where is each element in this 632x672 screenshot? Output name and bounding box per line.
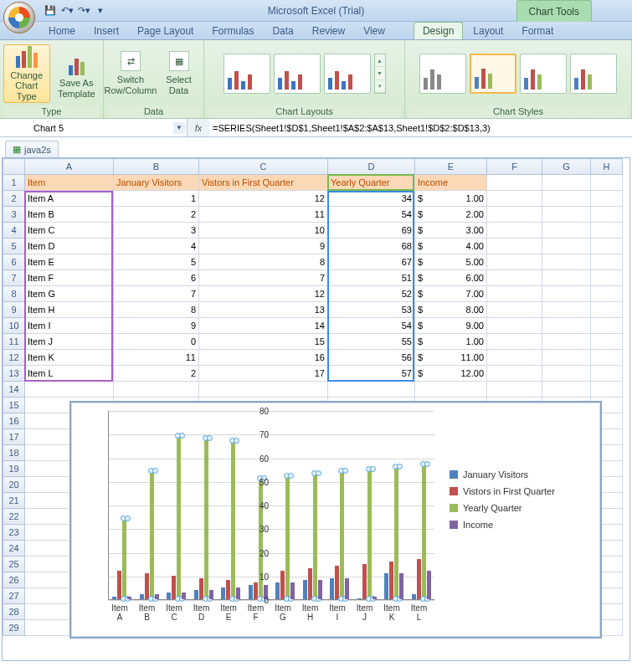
- chart-bar[interactable]: [417, 559, 421, 599]
- tab-format[interactable]: Format: [513, 23, 562, 39]
- row-header[interactable]: 17: [3, 429, 25, 445]
- chart-bar[interactable]: [199, 578, 203, 599]
- cell[interactable]: Item J: [25, 334, 114, 350]
- chart-plot-area[interactable]: [108, 411, 434, 600]
- column-header[interactable]: A: [25, 159, 114, 175]
- chart-bar[interactable]: [140, 594, 144, 599]
- row-header[interactable]: 25: [3, 557, 25, 572]
- cell[interactable]: Item D: [25, 239, 114, 254]
- chart-styles-gallery[interactable]: [408, 42, 628, 105]
- row-header[interactable]: 9: [3, 302, 25, 318]
- chart-bar[interactable]: [145, 573, 149, 599]
- legend-entry[interactable]: January Visitors: [450, 469, 592, 480]
- cell[interactable]: 10: [199, 223, 328, 239]
- cell[interactable]: 11: [199, 207, 328, 223]
- embedded-chart[interactable]: January VisitorsVistors in First Quarter…: [69, 401, 602, 639]
- redo-icon[interactable]: ↷▾: [77, 4, 90, 18]
- cell[interactable]: $2.00: [415, 207, 487, 223]
- cell[interactable]: 7: [114, 286, 199, 302]
- row-header[interactable]: 22: [3, 509, 25, 525]
- chart-bar[interactable]: [422, 464, 426, 599]
- row-header[interactable]: 2: [3, 191, 25, 207]
- chart-bar[interactable]: [231, 441, 235, 599]
- row-header[interactable]: 13: [3, 366, 25, 382]
- chart-bar[interactable]: [427, 571, 431, 599]
- cell[interactable]: 7: [199, 270, 328, 286]
- chart-layout-option[interactable]: [224, 54, 270, 94]
- column-header[interactable]: F: [487, 159, 542, 175]
- cell[interactable]: 54: [328, 318, 415, 334]
- row-header[interactable]: 27: [3, 588, 25, 604]
- chart-bar[interactable]: [373, 597, 377, 599]
- row-header[interactable]: 5: [3, 239, 25, 254]
- cell[interactable]: $12.00: [415, 366, 487, 382]
- table-header-cell[interactable]: Income: [415, 175, 487, 191]
- chart-style-option[interactable]: [520, 54, 567, 94]
- select-all-cell[interactable]: [3, 159, 25, 175]
- cell[interactable]: 15: [199, 334, 328, 350]
- chart-bar[interactable]: [209, 590, 213, 599]
- cell[interactable]: Item I: [25, 318, 114, 334]
- column-header[interactable]: D: [328, 159, 415, 175]
- chart-layouts-gallery[interactable]: ▲▼▾: [208, 42, 401, 105]
- cell[interactable]: Item F: [25, 270, 114, 286]
- chart-bar[interactable]: [122, 519, 126, 599]
- row-header[interactable]: 29: [3, 620, 25, 636]
- formula-input[interactable]: =SERIES(Sheet1!$D$1,Sheet1!$A$2:$A$13,Sh…: [209, 119, 632, 136]
- customize-qat-icon[interactable]: ▾: [94, 4, 107, 18]
- cell[interactable]: 2: [114, 366, 199, 382]
- column-header[interactable]: H: [591, 159, 623, 175]
- cell[interactable]: 3: [114, 223, 199, 239]
- cell[interactable]: 8: [199, 254, 328, 270]
- save-as-template-button[interactable]: Save As Template: [54, 44, 100, 103]
- chart-bar[interactable]: [335, 566, 339, 599]
- cell[interactable]: $8.00: [415, 302, 487, 318]
- save-icon[interactable]: 💾: [44, 4, 57, 18]
- row-header[interactable]: 12: [3, 350, 25, 366]
- table-header-cell[interactable]: Yearly Quarter: [328, 175, 415, 191]
- chart-bar[interactable]: [367, 469, 372, 599]
- cell[interactable]: Item L: [25, 366, 114, 382]
- row-header[interactable]: 23: [3, 525, 25, 541]
- chart-bar[interactable]: [249, 585, 253, 599]
- cell[interactable]: 12: [199, 191, 328, 207]
- office-button[interactable]: [3, 2, 35, 33]
- cell[interactable]: 9: [199, 239, 328, 254]
- chart-bar[interactable]: [389, 562, 393, 599]
- row-header[interactable]: 6: [3, 254, 25, 270]
- select-data-button[interactable]: ▦ Select Data: [157, 44, 200, 103]
- cell[interactable]: 6: [114, 270, 199, 286]
- chart-bar[interactable]: [259, 479, 263, 599]
- cell[interactable]: $3.00: [415, 223, 487, 239]
- cell[interactable]: 67: [328, 254, 415, 270]
- row-header[interactable]: 28: [3, 604, 25, 620]
- row-header[interactable]: 15: [3, 398, 25, 413]
- cell[interactable]: 1: [114, 191, 199, 207]
- cell[interactable]: 5: [114, 254, 199, 270]
- cell[interactable]: 51: [328, 270, 415, 286]
- chart-bar[interactable]: [275, 582, 280, 599]
- workbook-window-tab[interactable]: ▦ java2s: [5, 141, 59, 157]
- cell[interactable]: $1.00: [415, 191, 487, 207]
- chart-bar[interactable]: [167, 592, 171, 599]
- cell[interactable]: Item H: [25, 302, 114, 318]
- cell[interactable]: Item G: [25, 286, 114, 302]
- cell[interactable]: Item E: [25, 254, 114, 270]
- row-header[interactable]: 14: [3, 382, 25, 398]
- tab-review[interactable]: Review: [304, 23, 353, 39]
- tab-insert[interactable]: Insert: [85, 23, 127, 39]
- chart-bar[interactable]: [236, 587, 240, 599]
- worksheet[interactable]: ABCDEFGH 1ItemJanuary VisitorsVistors in…: [2, 157, 630, 661]
- name-box-dropdown-icon[interactable]: ▼: [173, 122, 185, 134]
- chart-bar[interactable]: [330, 578, 334, 599]
- chart-bar[interactable]: [345, 578, 349, 599]
- chart-layout-option[interactable]: [274, 54, 321, 94]
- chart-bar[interactable]: [357, 598, 362, 599]
- chart-bar[interactable]: [112, 597, 116, 599]
- chart-bar[interactable]: [280, 571, 285, 599]
- cell[interactable]: 2: [114, 207, 199, 223]
- row-header[interactable]: 4: [3, 223, 25, 239]
- tab-view[interactable]: View: [355, 23, 393, 39]
- chart-bar[interactable]: [127, 597, 131, 599]
- chart-bar[interactable]: [150, 471, 154, 599]
